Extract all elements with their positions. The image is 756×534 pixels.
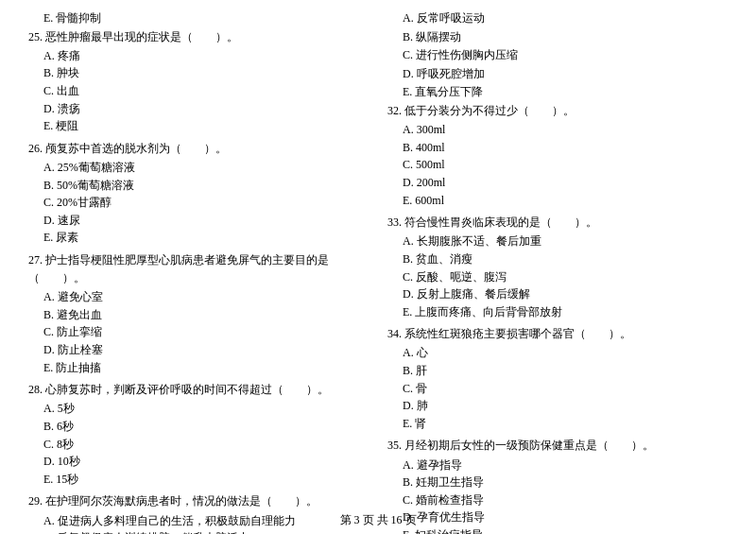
page: E. 骨髓抑制 25. 恶性肿瘤最早出现的症状是（ ）。 A. 疼痛 B. 肿块… [0,0,756,534]
question-34: 34. 系统性红斑狼疮主要损害哪个器官（ ）。 A. 心 B. 肝 C. 骨 D… [387,325,728,432]
q28-optB: B. 6秒 [28,418,369,436]
q33-optE: E. 上腹而疼痛、向后背骨部放射 [387,303,728,321]
q25-title: 25. 恶性肿瘤最早出现的症状是（ ）。 [28,28,369,46]
question-33: 33. 符合慢性胃炎临床表现的是（ ）。 A. 长期腹胀不适、餐后加重 B. 贫… [387,214,728,320]
q28-title: 28. 心肺复苏时，判断及评价呼吸的时间不得超过（ ）。 [28,381,369,399]
q28-optC: C. 8秒 [28,436,369,454]
q35-title: 35. 月经初期后女性的一级预防保健重点是（ ）。 [387,437,728,455]
q35-optA: A. 避孕指导 [387,456,728,474]
q35-optB: B. 妊期卫生指导 [387,474,728,491]
q34-optD: D. 肺 [387,397,728,415]
q28-optA: A. 5秒 [28,400,369,418]
top-b: B. 纵隔摆动 [387,28,728,46]
q26-optC: C. 20%甘露醇 [28,194,369,212]
q29-optB: B. 反复督促病人训练排脑，催升大脑活力 [28,529,369,534]
content-area: E. 骨髓抑制 25. 恶性肿瘤最早出现的症状是（ ）。 A. 疼痛 B. 肿块… [28,9,728,534]
q26-optA: A. 25%葡萄糖溶液 [28,159,369,177]
q25-optB: B. 肿块 [28,64,369,82]
q34-title: 34. 系统性红斑狼疮主要损害哪个器官（ ）。 [387,325,728,343]
q32-optE: E. 600ml [387,192,728,210]
q33-optD: D. 反射上腹痛、餐后缓解 [387,285,728,303]
q33-optC: C. 反酸、呃逆、腹泻 [387,268,728,286]
question-27: 27. 护士指导梗阻性肥厚型心肌病患者避免屏气的主要目的是（ ）。 A. 避免心… [28,251,369,376]
q32-optC: C. 500ml [387,156,728,174]
q35-optC: C. 婚前检查指导 [387,491,728,509]
q34-optC: C. 骨 [387,380,728,398]
q34-optA: A. 心 [387,344,728,362]
q25-optD: D. 溃疡 [28,100,369,118]
q33-title: 33. 符合慢性胃炎临床表现的是（ ）。 [387,214,728,232]
top-a: A. 反常呼吸运动 [387,9,728,27]
page-footer: 第 3 页 共 16 页 [28,512,728,528]
top-e: E. 骨髓抑制 [28,9,369,27]
q33-optA: A. 长期腹胀不适、餐后加重 [387,233,728,250]
question-25: 25. 恶性肿瘤最早出现的症状是（ ）。 A. 疼痛 B. 肿块 C. 出血 D… [28,28,369,135]
q26-title: 26. 颅复苏中首选的脱水剂为（ ）。 [28,140,369,158]
q25-optA: A. 疼痛 [28,47,369,65]
q27-optA: A. 避免心室 [28,288,369,306]
q28-optE: E. 15秒 [28,471,369,489]
q34-optB: B. 肝 [387,362,728,380]
left-column: E. 骨髓抑制 25. 恶性肿瘤最早出现的症状是（ ）。 A. 疼痛 B. 肿块… [28,9,378,534]
q26-optB: B. 50%葡萄糖溶液 [28,177,369,195]
top-d: D. 呼吸死腔增加 [387,65,728,83]
q27-title: 27. 护士指导梗阻性肥厚型心肌病患者避免屏气的主要目的是（ ）。 [28,251,369,287]
q28-optD: D. 10秒 [28,453,369,471]
right-column: A. 反常呼吸运动 B. 纵隔摆动 C. 进行性伤侧胸内压缩 D. 呼吸死腔增加… [378,9,728,534]
q27-optC: C. 防止挛缩 [28,323,369,341]
question-32: 32. 低于分装分为不得过少（ ）。 A. 300ml B. 400ml C. … [387,102,728,209]
q34-optE: E. 肾 [387,415,728,433]
top-e2: E. 直氧分压下降 [387,83,728,101]
q27-optE: E. 防止抽搐 [28,359,369,377]
q25-optC: C. 出血 [28,82,369,100]
q32-title: 32. 低于分装分为不得过少（ ）。 [387,102,728,120]
question-26: 26. 颅复苏中首选的脱水剂为（ ）。 A. 25%葡萄糖溶液 B. 50%葡萄… [28,140,369,247]
q29-title: 29. 在护理阿尔茨海默病患者时，情况的做法是（ ）。 [28,492,369,510]
top-c: C. 进行性伤侧胸内压缩 [387,46,728,64]
q26-optD: D. 速尿 [28,212,369,230]
q27-optD: D. 防止栓塞 [28,341,369,359]
q32-optA: A. 300ml [387,121,728,139]
q26-optE: E. 尿素 [28,229,369,247]
q32-optB: B. 400ml [387,139,728,157]
question-28: 28. 心肺复苏时，判断及评价呼吸的时间不得超过（ ）。 A. 5秒 B. 6秒… [28,381,369,488]
q25-optE: E. 梗阻 [28,117,369,135]
q32-optD: D. 200ml [387,174,728,192]
q27-optB: B. 避免出血 [28,306,369,324]
q33-optB: B. 贫血、消瘦 [387,250,728,268]
